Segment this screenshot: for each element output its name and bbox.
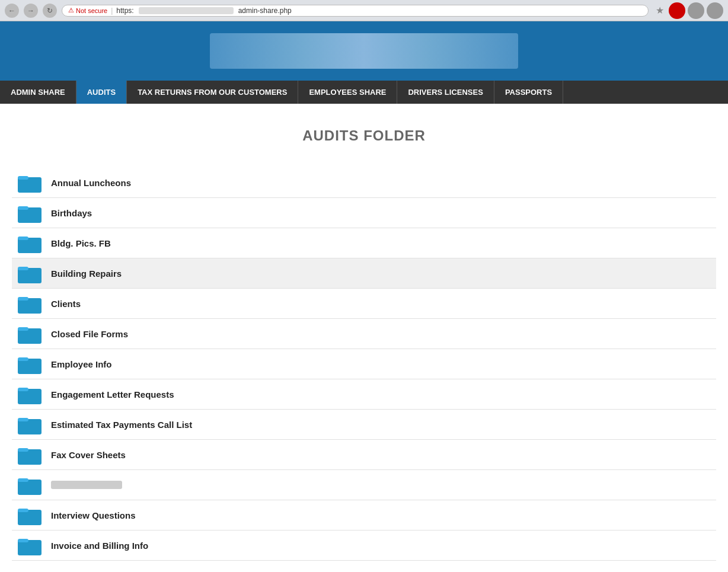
folder-name: Employee Info [51,359,112,369]
nav-item-tax-returns[interactable]: TAX RETURNS FROM OUR CUSTOMERS [127,81,298,104]
browser-chrome: ← → ↻ ⚠ Not secure | https: admin-share.… [0,0,728,21]
folder-name-redacted [51,481,122,489]
folder-row[interactable]: Bldg. Pics. FB [12,228,716,258]
folder-row[interactable] [12,470,716,500]
site-header [0,21,728,81]
back-button[interactable]: ← [5,4,19,18]
folder-name: Fax Cover Sheets [51,450,126,460]
security-indicator: ⚠ Not secure [68,7,107,14]
folder-name: Engagement Letter Requests [51,389,174,400]
folder-icon [18,505,41,525]
folder-icon [18,354,41,374]
folder-name: Annual Luncheons [51,178,131,188]
svg-rect-7 [18,267,28,270]
folder-icon [18,535,41,555]
svg-rect-9 [18,297,28,301]
folder-row[interactable]: Annual Luncheons [12,168,716,198]
folder-icon [18,203,41,223]
profile-icon-red [669,2,685,19]
folder-icon [18,233,41,253]
folder-name: Interview Questions [51,510,136,520]
svg-rect-11 [18,327,28,331]
main-nav: ADMIN SHARE AUDITS TAX RETURNS FROM OUR … [0,81,728,104]
profile-icon-gray2 [707,2,723,19]
svg-rect-5 [18,237,28,240]
folder-row[interactable]: Clients [12,289,716,319]
folder-name: Bldg. Pics. FB [51,238,111,248]
nav-item-employees-share[interactable]: EMPLOYEES SHARE [298,81,397,104]
folder-name: Invoice and Billing Info [51,541,148,551]
address-bar[interactable]: ⚠ Not secure | https: admin-share.php [62,5,649,17]
svg-rect-1 [18,176,28,180]
nav-item-passports[interactable]: PASSPORTS [494,81,563,104]
bookmark-icon[interactable]: ★ [656,5,664,16]
profile-icon-gray [688,2,704,19]
reload-button[interactable]: ↻ [43,4,57,18]
svg-rect-25 [18,539,28,542]
url-separator: | [111,7,113,15]
profile-area [669,2,723,19]
folder-name: Birthdays [51,208,92,218]
folder-row[interactable]: Estimated Tax Payments Call List [12,410,716,440]
svg-rect-17 [18,418,28,421]
folder-row[interactable]: Employee Info [12,349,716,379]
folder-icon [18,324,41,344]
folder-name: Building Repairs [51,269,122,279]
url-path: admin-share.php [238,7,292,15]
folder-icon [18,445,41,465]
svg-rect-23 [18,509,28,512]
svg-rect-13 [18,357,28,361]
folder-name: Clients [51,299,81,309]
folder-icon [18,263,41,283]
page-title: AUDITS FOLDER [12,127,716,144]
folder-icon [18,475,41,495]
nav-item-admin-share[interactable]: ADMIN SHARE [0,81,76,104]
nav-item-drivers-licenses[interactable]: DRIVERS LICENSES [397,81,494,104]
forward-button[interactable]: → [24,4,38,18]
folder-icon [18,172,41,193]
folder-icon [18,384,41,404]
svg-rect-21 [18,478,28,482]
svg-rect-15 [18,388,28,391]
folder-row[interactable]: Invoice and Billing Info [12,531,716,561]
folder-icon [18,293,41,314]
folder-name: Estimated Tax Payments Call List [51,420,192,430]
folder-icon [18,414,41,434]
folder-row[interactable]: Engagement Letter Requests [12,379,716,410]
folder-list: Annual Luncheons Birthdays Bldg. Pics. F… [12,168,716,561]
folder-row[interactable]: Interview Questions [12,500,716,531]
folder-row[interactable]: Birthdays [12,198,716,228]
warning-icon: ⚠ [68,7,74,14]
url-blurred [139,7,234,14]
url-prefix: https: [116,7,133,15]
svg-rect-3 [18,206,28,210]
folder-row[interactable]: Fax Cover Sheets [12,440,716,470]
folder-name: Closed File Forms [51,329,128,339]
svg-rect-19 [18,448,28,452]
company-logo [210,33,518,69]
folder-row[interactable]: Closed File Forms [12,319,716,349]
folder-row[interactable]: Building Repairs [12,258,716,289]
main-content: AUDITS FOLDER Annual Luncheons Birthdays [0,104,728,572]
logo-image [210,33,518,69]
not-secure-label: Not secure [76,7,107,14]
nav-item-audits[interactable]: AUDITS [76,81,127,104]
